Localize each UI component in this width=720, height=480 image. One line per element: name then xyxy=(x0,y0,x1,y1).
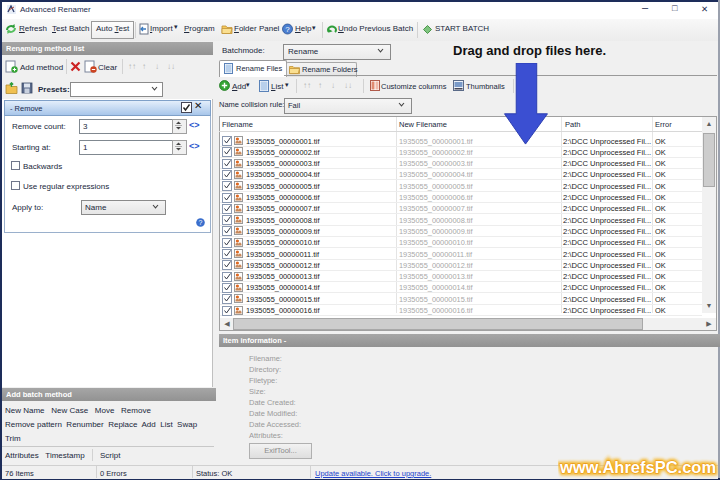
svg-text:?: ? xyxy=(199,219,203,226)
svg-text:?: ? xyxy=(285,25,290,34)
svg-text:www.AhrefsPC.com: www.AhrefsPC.com xyxy=(559,458,716,476)
